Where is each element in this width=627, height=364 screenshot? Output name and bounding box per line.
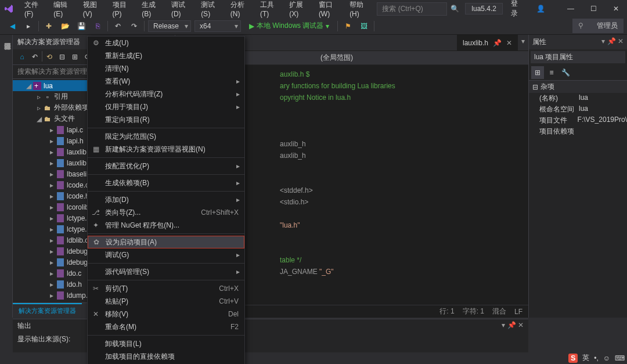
show-all-button[interactable]: ⊞ [69,51,81,63]
context-menu-item[interactable]: 分析和代码清理(Z)▸ [88,88,244,100]
properties-title: 属性 [532,37,546,47]
menu-build[interactable]: 生成(B) [137,0,164,20]
menu-tools[interactable]: 工具(T) [255,0,282,20]
context-menu-item[interactable]: ✿设为启动项目(A) [88,236,244,248]
context-menu-item[interactable]: 重命名(M)F2 [88,320,244,333]
svg-rect-3 [57,137,64,145]
col-indicator: 字符: 1 [463,307,484,316]
scope-combo[interactable]: (全局范围) [320,53,353,63]
property-row[interactable]: (名称)lua [529,93,627,104]
ime-face[interactable]: ☺ [603,354,610,362]
context-menu-item[interactable]: 仅用于项目(J)▸ [88,100,244,113]
context-menu-item[interactable]: 按配置优化(P)▸ [88,160,244,172]
solution-badge[interactable]: lua5.4.2 [465,3,503,15]
minimize-icon[interactable]: — [559,0,582,17]
nav-back-button[interactable]: ◀ [6,20,19,33]
titlebar: 文件(F) 编辑(E) 视图(V) 项目(P) 生成(B) 调试(D) 测试(S… [0,0,627,17]
folder-icon: 🖿 [43,115,52,123]
save-button[interactable]: 💾 [75,20,88,33]
context-menu-item[interactable]: 添加(D)▸ [88,193,244,206]
open-button[interactable]: 📂 [59,20,71,33]
picture-button[interactable]: 🖼 [358,20,370,33]
ime-lang[interactable]: 英 [582,353,589,363]
tab-overflow-icon[interactable]: ▾ [518,35,528,51]
pin-icon[interactable]: 📌 [493,39,502,47]
flag-button[interactable]: ⚑ [341,20,354,33]
config-combo[interactable]: Release [148,20,191,32]
server-explorer-tab[interactable]: 服务器资源管理器 [2,37,12,318]
categorized-button[interactable]: ⊞ [531,66,544,79]
menu-help[interactable]: 帮助(H) [345,0,372,20]
menu-view[interactable]: 视图(V) [78,0,106,20]
context-menu-item[interactable]: 重新生成(E) [88,49,244,62]
context-menu-item[interactable]: ✕移除(V)Del [88,308,244,320]
context-menu-item[interactable]: 限定为此范围(S) [88,130,244,143]
main-menu: 文件(F) 编辑(E) 视图(V) 项目(P) 生成(B) 调试(D) 测试(S… [20,0,372,20]
properties-selector[interactable]: lua 项目属性 [531,51,625,63]
home-button[interactable]: ⌂ [16,51,28,63]
panel-pin-icon[interactable]: ▾ 📌 ✕ [601,37,624,47]
menu-edit[interactable]: 编辑(E) [49,0,76,20]
context-menu-item[interactable]: ✦管理 NuGet 程序包(N)... [88,219,244,232]
context-menu-item[interactable]: 查看(W)▸ [88,75,244,88]
menu-icon: ✿ [92,238,101,246]
nav-fwd-button[interactable]: ▸ [22,20,35,33]
property-category[interactable]: ⊟杂项 [529,81,627,93]
search-icon[interactable]: 🔍 [451,5,459,13]
back-button[interactable]: ↶ [29,51,41,63]
context-menu-item[interactable]: ⎇类向导(Z)...Ctrl+Shift+X [88,206,244,219]
close-icon[interactable]: ✕ [605,0,627,17]
property-row[interactable]: 项目文件F:\VS_2019Pro\ [529,115,627,126]
menu-analyze[interactable]: 分析(N) [226,0,253,20]
svg-rect-12 [57,236,64,244]
property-row[interactable]: 根命名空间lua [529,104,627,115]
alphabetical-button[interactable]: ≡ [545,66,558,79]
ime-kb[interactable]: ⌨ [615,354,625,362]
new-project-button[interactable]: ✚ [42,20,55,33]
output-pin-icon[interactable]: ▾ 📌 ✕ [502,321,524,331]
file-icon [56,181,65,189]
context-menu-item[interactable]: ⚙生成(U) [88,37,244,49]
start-debug-button[interactable]: ▶ 本地 Windows 调试器 ▾ [244,20,334,32]
sogou-icon[interactable]: S [568,354,578,363]
search-input[interactable]: 搜索 (Ctrl+Q) [377,2,447,16]
menu-debug[interactable]: 调试(D) [167,0,194,20]
sync-button[interactable]: ⟲ [44,51,55,63]
context-menu-item[interactable]: ✂剪切(T)Ctrl+X [88,282,244,295]
menu-file[interactable]: 文件(F) [20,0,46,20]
login-button[interactable]: 登录👤 [503,0,553,17]
maximize-icon[interactable]: ☐ [582,0,605,17]
context-menu-item[interactable]: 加载项目的直接依赖项 [88,350,244,363]
menu-test[interactable]: 测试(S) [196,0,224,20]
menu-extensions[interactable]: 扩展(X) [284,0,312,20]
file-icon [56,247,65,255]
svg-rect-4 [57,148,64,156]
ime-punct[interactable]: •, [594,354,599,362]
left-rail[interactable]: 服务器资源管理器 工具箱 [0,35,13,318]
svg-rect-11 [57,225,64,233]
context-menu: ⚙生成(U)重新生成(E)清理(N)查看(W)▸分析和代码清理(Z)▸仅用于项目… [87,36,245,364]
context-menu-item[interactable]: 生成依赖项(B)▸ [88,176,244,189]
collapse-button[interactable]: ⊟ [56,51,68,63]
chevron-down-icon[interactable]: ◢ [24,82,33,90]
property-row[interactable]: 项目依赖项 [529,126,627,137]
solution-explorer-tab[interactable]: 解决方案资源管理器 [13,303,82,318]
svg-rect-16 [57,280,64,289]
context-menu-item[interactable]: 卸载项目(L) [88,337,244,350]
prop-pages-button[interactable]: 🔧 [559,66,572,79]
context-menu-item[interactable]: 重定向项目(R) [88,113,244,126]
undo-button[interactable]: ↶ [111,20,124,33]
redo-button[interactable]: ↷ [128,20,140,33]
close-tab-icon[interactable]: ✕ [506,39,512,47]
context-menu-item[interactable]: 粘贴(P)Ctrl+V [88,295,244,308]
admin-badge: ⚲ 管理员 [572,19,624,33]
editor-tab[interactable]: lauxlib.h 📌 ✕ [457,35,518,51]
menu-window[interactable]: 窗口(W) [314,0,343,20]
context-menu-item[interactable]: 源代码管理(S)▸ [88,265,244,278]
save-all-button[interactable]: ⎘ [91,20,104,33]
menu-project[interactable]: 项目(P) [108,0,135,20]
context-menu-item[interactable]: 调试(G)▸ [88,248,244,261]
context-menu-item[interactable]: ▦新建解决方案资源管理器视图(N) [88,143,244,156]
context-menu-item[interactable]: 清理(N) [88,62,244,75]
platform-combo[interactable]: x64 [194,20,241,32]
